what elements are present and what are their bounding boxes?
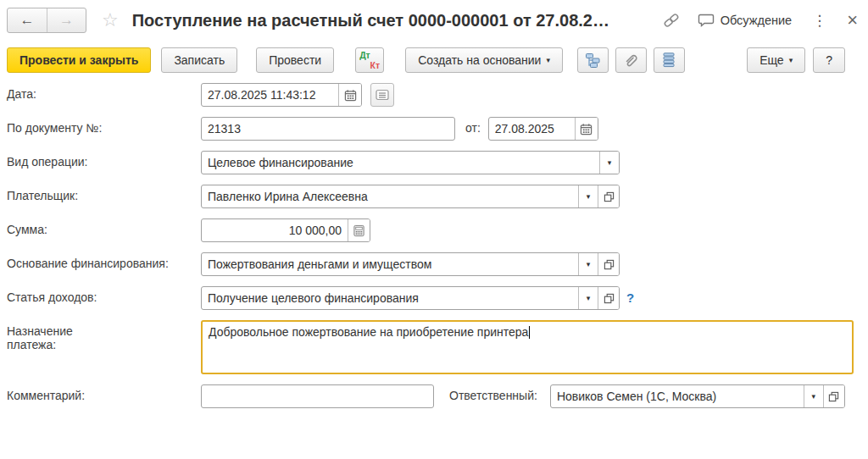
funding-basis-label: Основание финансирования:	[7, 252, 201, 270]
create-based-on-button[interactable]: Создать на основании ▾	[405, 47, 563, 73]
date-input[interactable]	[202, 84, 338, 106]
operation-type-field: ▾	[201, 151, 620, 174]
save-button[interactable]: Записать	[161, 47, 237, 73]
row-doc-number: По документу №: от:	[7, 117, 868, 141]
payment-purpose-label: Назначение платежа:	[7, 320, 201, 351]
attachments-button[interactable]	[615, 47, 647, 73]
income-item-field: ▾	[201, 286, 620, 310]
date-label: Дата:	[7, 83, 201, 101]
doc-number-input[interactable]	[202, 118, 454, 140]
operation-type-label: Вид операции:	[7, 151, 201, 169]
window-header: ← → ☆ Поступление на расчетный счет 0000…	[0, 0, 868, 39]
funding-basis-field: ▾	[201, 252, 620, 276]
income-item-input[interactable]	[202, 287, 578, 309]
date-field	[201, 83, 362, 107]
chevron-down-icon[interactable]: ▾	[578, 287, 598, 309]
discussion-label: Обсуждение	[721, 14, 792, 27]
payment-purpose-input[interactable]: Добровольное пожертвование на приобретен…	[201, 320, 854, 374]
row-operation-type: Вид операции: ▾	[7, 151, 868, 174]
doc-number-label: По документу №:	[7, 117, 201, 135]
discussion-button[interactable]: Обсуждение	[698, 13, 792, 28]
chevron-down-icon: ▾	[789, 56, 793, 64]
row-comment-responsible: Комментарий: Ответственный: ▾	[7, 384, 868, 408]
amount-field	[201, 218, 370, 242]
chevron-down-icon[interactable]: ▾	[578, 253, 598, 275]
get-link-icon[interactable]	[662, 12, 681, 29]
row-funding-basis: Основание финансирования: ▾	[7, 252, 868, 276]
credit-label: Кт	[370, 60, 381, 70]
page-title: Поступление на расчетный счет 0000-00000…	[132, 11, 609, 30]
command-bar: Провести и закрыть Записать Провести Дт …	[0, 39, 868, 83]
close-icon[interactable]: ×	[847, 11, 858, 30]
open-item-icon[interactable]	[598, 287, 619, 309]
amount-input[interactable]	[202, 219, 348, 241]
back-arrow-icon: ←	[20, 12, 35, 29]
document-form: Дата:	[0, 83, 868, 408]
payment-purpose-text: Добровольное пожертвование на приобретен…	[209, 325, 528, 339]
doc-date-from-label: от:	[465, 117, 481, 135]
comment-input[interactable]	[202, 385, 433, 407]
open-item-icon[interactable]	[598, 185, 619, 207]
create-based-on-label: Создать на основании	[418, 53, 541, 67]
payer-label: Плательщик:	[7, 185, 201, 202]
doc-number-field	[201, 117, 455, 141]
post-and-close-button[interactable]: Провести и закрыть	[7, 47, 151, 73]
forward-arrow-icon: →	[59, 12, 74, 29]
register-stack-icon	[663, 53, 675, 68]
list-icon	[376, 88, 389, 102]
responsible-field: ▾	[550, 384, 845, 408]
calculator-icon[interactable]	[348, 219, 370, 241]
post-button[interactable]: Провести	[256, 47, 334, 73]
debit-label: Дт	[359, 50, 370, 60]
favorite-star-icon[interactable]: ☆	[102, 11, 119, 30]
related-documents-button[interactable]	[577, 47, 609, 73]
chat-bubble-icon	[698, 13, 715, 28]
row-payment-purpose: Назначение платежа: Добровольное пожертв…	[7, 320, 868, 374]
amount-label: Сумма:	[7, 218, 201, 236]
paperclip-icon	[621, 51, 640, 69]
responsible-input[interactable]	[551, 385, 804, 407]
registers-button[interactable]	[654, 47, 685, 73]
income-item-label: Статья доходов:	[7, 286, 201, 304]
text-caret	[529, 326, 530, 339]
forward-button[interactable]: →	[47, 8, 86, 32]
doc-date-input[interactable]	[489, 118, 575, 140]
payer-input[interactable]	[202, 185, 578, 207]
field-help-icon[interactable]: ?	[626, 286, 634, 305]
more-menu-icon[interactable]: ⋮	[809, 12, 830, 30]
header-actions: Обсуждение ⋮ ×	[662, 11, 858, 30]
row-amount: Сумма:	[7, 218, 868, 242]
open-item-icon[interactable]	[598, 253, 619, 275]
structure-icon	[584, 52, 601, 69]
funding-basis-input[interactable]	[202, 253, 578, 275]
chevron-down-icon[interactable]: ▾	[599, 152, 619, 174]
more-actions-button[interactable]: Еще ▾	[747, 47, 805, 73]
more-actions-label: Еще	[760, 53, 784, 67]
help-button[interactable]: ?	[813, 47, 845, 73]
history-nav-group: ← →	[7, 8, 86, 33]
comment-field	[201, 384, 434, 408]
chevron-down-icon[interactable]: ▾	[578, 185, 598, 207]
operation-type-input[interactable]	[202, 152, 599, 174]
debit-credit-button[interactable]: Дт Кт	[355, 47, 384, 73]
doc-date-field	[488, 117, 598, 141]
chevron-down-icon[interactable]: ▾	[804, 385, 823, 407]
back-button[interactable]: ←	[8, 8, 47, 32]
row-income-item: Статья доходов: ▾ ?	[7, 286, 868, 310]
payer-field: ▾	[201, 185, 620, 208]
numbering-settings-button[interactable]	[370, 83, 394, 107]
open-item-icon[interactable]	[823, 385, 844, 407]
responsible-label: Ответственный:	[449, 384, 537, 402]
chevron-down-icon: ▾	[546, 56, 550, 64]
comment-label: Комментарий:	[7, 384, 201, 402]
calendar-icon[interactable]	[575, 118, 598, 140]
row-payer: Плательщик: ▾	[7, 185, 868, 208]
row-date: Дата:	[7, 83, 868, 107]
calendar-icon[interactable]	[338, 84, 361, 106]
